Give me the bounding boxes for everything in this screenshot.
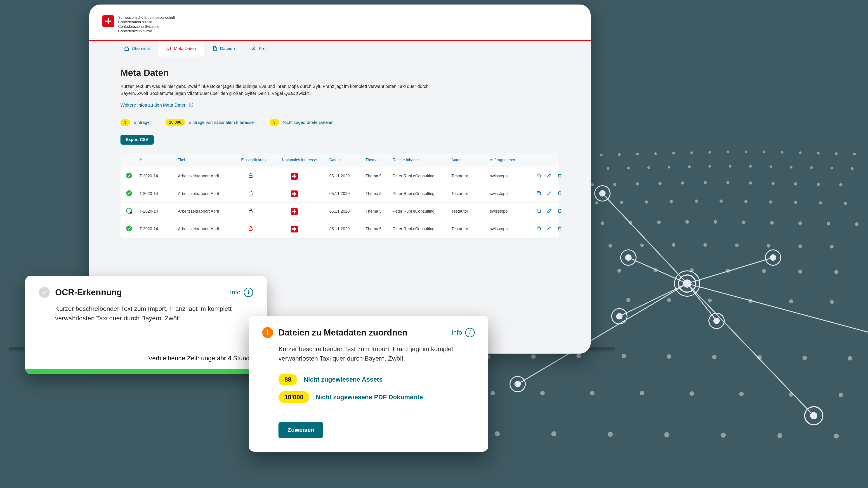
summary-national[interactable]: 10'000 Einträge von nationalem Interesse bbox=[165, 119, 254, 126]
col-contractor[interactable]: Auftragnehmer bbox=[490, 158, 528, 162]
delete-icon[interactable] bbox=[557, 191, 562, 197]
svg-point-83 bbox=[798, 269, 802, 273]
svg-point-67 bbox=[855, 222, 859, 226]
ocr-title: OCR-Erkennung bbox=[55, 288, 122, 297]
col-title[interactable]: Titel bbox=[178, 158, 241, 162]
assign-title: Dateien zu Metadaten zuordnen bbox=[278, 328, 407, 337]
summary-label: Nicht zugeordnete Dateien bbox=[283, 120, 334, 125]
svg-point-42 bbox=[794, 182, 797, 186]
svg-point-118 bbox=[625, 254, 631, 261]
svg-point-91 bbox=[830, 300, 834, 304]
cell-owner: Peter Rubi eConsulting bbox=[393, 227, 452, 231]
svg-point-38 bbox=[704, 181, 707, 184]
unassigned-pdf-link[interactable]: Nicht zugewiesene PDF Dokumente bbox=[316, 394, 423, 401]
delete-icon[interactable] bbox=[557, 173, 562, 179]
svg-point-60 bbox=[657, 221, 661, 224]
svg-point-12 bbox=[781, 151, 783, 154]
ocr-info-link[interactable]: Info i bbox=[230, 288, 253, 297]
metadata-table: # Titel Einschränkung Nationales Interes… bbox=[121, 153, 559, 238]
table-row[interactable]: T-2020-14Arbeitszeitrapport April05.11.2… bbox=[121, 185, 559, 202]
edit-icon[interactable] bbox=[547, 226, 552, 232]
row-actions bbox=[528, 191, 562, 197]
stat-unassigned-assets: 88 Nicht zugewiesene Assets bbox=[262, 374, 475, 385]
tab-metadata[interactable]: Meta Daten bbox=[158, 41, 204, 57]
svg-rect-148 bbox=[249, 228, 252, 230]
svg-point-24 bbox=[708, 165, 711, 168]
copy-icon[interactable] bbox=[536, 173, 541, 179]
svg-point-22 bbox=[668, 166, 671, 168]
svg-point-75 bbox=[798, 245, 802, 248]
col-date[interactable]: Datum bbox=[329, 158, 366, 162]
summary-unassigned[interactable]: 3 Nicht zugeordnete Dateien bbox=[270, 119, 333, 126]
status-icon bbox=[126, 190, 140, 197]
svg-point-86 bbox=[626, 298, 630, 302]
lock-icon bbox=[241, 226, 282, 232]
summary-entries[interactable]: 3 Einträge bbox=[121, 119, 150, 126]
copy-icon[interactable] bbox=[536, 226, 541, 232]
svg-point-52 bbox=[744, 200, 747, 203]
copy-icon[interactable] bbox=[536, 191, 541, 197]
svg-point-87 bbox=[667, 298, 671, 302]
tab-overview[interactable]: Übersicht bbox=[116, 41, 158, 57]
delete-icon[interactable] bbox=[557, 208, 562, 215]
svg-point-65 bbox=[798, 221, 802, 225]
col-national[interactable]: Nationales Interesse bbox=[282, 158, 329, 162]
link-label: Weitere Infos zu den Meta Daten bbox=[121, 103, 186, 108]
svg-point-113 bbox=[721, 433, 726, 437]
col-id[interactable]: # bbox=[140, 158, 178, 162]
table-row[interactable]: T-2020-14Arbeitszeitrapport April05.11.2… bbox=[121, 202, 559, 220]
svg-point-72 bbox=[704, 243, 707, 247]
svg-point-25 bbox=[729, 165, 732, 168]
cell-author: Testautor bbox=[452, 209, 490, 214]
tab-profile[interactable]: Profil bbox=[243, 41, 277, 57]
svg-point-78 bbox=[617, 269, 621, 273]
export-csv-button[interactable]: Export CSV bbox=[121, 135, 154, 144]
svg-point-73 bbox=[735, 243, 739, 247]
svg-point-88 bbox=[708, 298, 712, 302]
svg-point-79 bbox=[653, 268, 657, 272]
metadata-info-link[interactable]: Weitere Infos zu den Meta Daten bbox=[121, 102, 193, 108]
count-badge: 10'000 bbox=[278, 391, 309, 403]
svg-point-2 bbox=[600, 154, 602, 156]
stat-unassigned-pdf: 10'000 Nicht zugewiesene PDF Dokumente bbox=[262, 391, 475, 403]
edit-icon[interactable] bbox=[547, 208, 552, 215]
cell-id: T-2020-14 bbox=[140, 191, 178, 196]
brand-line: Schweizerische Eidgenossenschaft bbox=[118, 15, 175, 20]
table-row[interactable]: T-2020-14Arbeitszeitrapport April05.11.2… bbox=[121, 220, 559, 238]
svg-point-101 bbox=[491, 391, 495, 395]
cell-date: 05.11.2020 bbox=[329, 209, 366, 214]
count-badge: 88 bbox=[278, 374, 297, 385]
svg-point-64 bbox=[770, 221, 774, 225]
svg-point-117 bbox=[595, 186, 610, 201]
col-author[interactable]: Autor bbox=[452, 158, 490, 162]
check-circle-icon bbox=[39, 287, 50, 298]
svg-point-26 bbox=[749, 165, 752, 168]
svg-point-132 bbox=[675, 271, 700, 296]
cell-id: T-2020-14 bbox=[140, 174, 178, 178]
copy-icon[interactable] bbox=[536, 208, 541, 215]
ocr-body: Kurzer beschreibender Text zum Import. F… bbox=[39, 304, 253, 350]
swiss-flag-icon bbox=[282, 208, 329, 215]
svg-point-37 bbox=[681, 182, 684, 185]
tab-files[interactable]: Dateien bbox=[204, 41, 243, 57]
table-row[interactable]: T-2020-14Arbeitszeitrapport April05.11.2… bbox=[121, 167, 559, 185]
cell-author: Testautor bbox=[452, 191, 490, 196]
assign-info-link[interactable]: Info i bbox=[452, 328, 475, 337]
svg-point-121 bbox=[765, 250, 781, 265]
svg-point-120 bbox=[770, 254, 776, 261]
svg-point-136 bbox=[253, 47, 254, 48]
col-topic[interactable]: Thema bbox=[366, 158, 393, 162]
edit-icon[interactable] bbox=[547, 173, 552, 179]
count-badge: 3 bbox=[270, 119, 279, 126]
assign-button[interactable]: Zuweisen bbox=[278, 422, 323, 438]
svg-point-70 bbox=[640, 243, 644, 247]
edit-icon[interactable] bbox=[547, 191, 552, 197]
delete-icon[interactable] bbox=[557, 226, 562, 232]
assign-body: Kurzer beschreibender Text zum Import. F… bbox=[262, 344, 475, 368]
col-owner[interactable]: Rechte Inhaber bbox=[393, 158, 452, 162]
card-header: ! Dateien zu Metadaten zuordnen Info i bbox=[262, 327, 475, 338]
info-label: Info bbox=[230, 289, 241, 296]
unassigned-assets-link[interactable]: Nicht zugewiesene Assets bbox=[304, 376, 382, 383]
svg-point-110 bbox=[551, 431, 556, 436]
col-restriction[interactable]: Einschränkung bbox=[241, 158, 282, 162]
